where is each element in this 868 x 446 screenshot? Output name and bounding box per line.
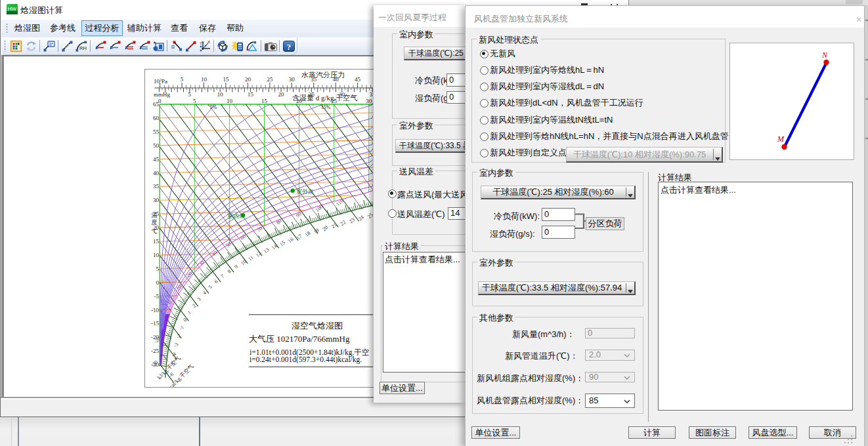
svg-text:21: 21 — [330, 222, 338, 230]
svg-text:-2: -2 — [175, 333, 182, 340]
svg-text:10: 10 — [240, 258, 248, 266]
svg-text:9: 9 — [233, 264, 239, 270]
svg-text:0: 0 — [183, 317, 188, 323]
svg-text:室内点: 室内点 — [227, 213, 245, 219]
svg-text:-5: -5 — [154, 293, 160, 300]
svg-text:-15: -15 — [151, 320, 159, 327]
svg-text:-1: -1 — [178, 324, 185, 331]
svg-text:14: 14 — [271, 243, 278, 251]
svg-text:19: 19 — [313, 227, 320, 235]
svg-text:17: 17 — [295, 233, 303, 241]
svg-text:N: N — [821, 51, 828, 60]
svg-text:5: 5 — [193, 98, 196, 104]
svg-text:15: 15 — [261, 98, 268, 104]
svg-text:30: 30 — [289, 76, 295, 83]
svg-text:50: 50 — [153, 142, 160, 149]
svg-text:10: 10 — [153, 252, 160, 258]
svg-text:20: 20 — [321, 224, 329, 232]
svg-text:11: 11 — [247, 254, 255, 262]
svg-text:水蒸汽分压力: 水蒸汽分压力 — [301, 71, 345, 79]
svg-text:40: 40 — [153, 170, 160, 176]
svg-text:3: 3 — [196, 296, 202, 302]
svg-text:15%: 15% — [321, 104, 331, 110]
svg-text:-25: -25 — [151, 348, 159, 354]
svg-text:7: 7 — [220, 274, 226, 279]
svg-text:25: 25 — [331, 98, 337, 104]
svg-text:10: 10 — [217, 91, 224, 98]
svg-text:5: 5 — [207, 284, 213, 290]
svg-text:30: 30 — [153, 197, 160, 203]
svg-text:大气压 102170Pa/766mmHg: 大气压 102170Pa/766mmHg — [249, 334, 350, 344]
svg-text:25: 25 — [366, 212, 373, 220]
svg-text:20: 20 — [245, 76, 251, 83]
svg-text:-3: -3 — [172, 342, 179, 349]
svg-text:5: 5 — [181, 76, 184, 83]
svg-text:60: 60 — [153, 115, 160, 121]
svg-text:HW: HW — [8, 6, 17, 12]
svg-text:20: 20 — [278, 91, 285, 98]
svg-text:30: 30 — [366, 98, 372, 104]
svg-text:15: 15 — [153, 238, 160, 245]
svg-text:温度℃: 温度℃ — [151, 212, 158, 235]
svg-text:i=0.24t+0.001d(597.3+0.44t)kca: i=0.24t+0.001d(597.3+0.44t)kcal/kg. — [250, 355, 362, 364]
svg-text:RH: RH — [79, 45, 87, 51]
svg-text:10: 10 — [227, 98, 233, 104]
svg-text:15: 15 — [223, 76, 229, 83]
svg-text:25: 25 — [267, 76, 273, 83]
svg-text:35: 35 — [153, 183, 160, 190]
svg-text:室外点: 室外点 — [296, 188, 314, 195]
svg-text:16: 16 — [287, 236, 295, 244]
svg-text:12: 12 — [255, 251, 263, 258]
svg-text:55: 55 — [153, 129, 160, 135]
svg-text:X: X — [207, 41, 210, 44]
svg-text:45: 45 — [153, 156, 160, 163]
svg-text:10: 10 — [201, 76, 207, 83]
svg-text:mmHg: mmHg — [154, 91, 171, 98]
svg-text:0: 0 — [156, 279, 160, 286]
svg-text:102Pa: 102Pa — [154, 78, 167, 85]
svg-text:-10: -10 — [151, 307, 159, 314]
svg-text:23: 23 — [348, 216, 356, 224]
svg-text:18: 18 — [304, 230, 312, 238]
svg-text:15: 15 — [278, 239, 286, 247]
svg-text:13: 13 — [263, 247, 271, 254]
svg-text:?: ? — [287, 42, 292, 52]
svg-text:110: 110 — [335, 198, 345, 207]
svg-text:45: 45 — [355, 76, 361, 83]
svg-text:5%: 5% — [210, 104, 217, 110]
svg-text:20: 20 — [296, 98, 303, 104]
svg-text:1: 1 — [186, 310, 192, 315]
svg-text:5: 5 — [188, 91, 192, 98]
svg-text:65: 65 — [153, 101, 160, 108]
svg-text:35: 35 — [370, 91, 373, 98]
svg-text:5: 5 — [156, 266, 160, 272]
svg-text:22: 22 — [339, 219, 347, 227]
svg-text:M: M — [777, 134, 785, 144]
svg-text:湿空气焓湿图: 湿空气焓湿图 — [292, 321, 343, 331]
svg-text:15: 15 — [248, 91, 254, 98]
svg-text:Y: Y — [200, 41, 202, 45]
